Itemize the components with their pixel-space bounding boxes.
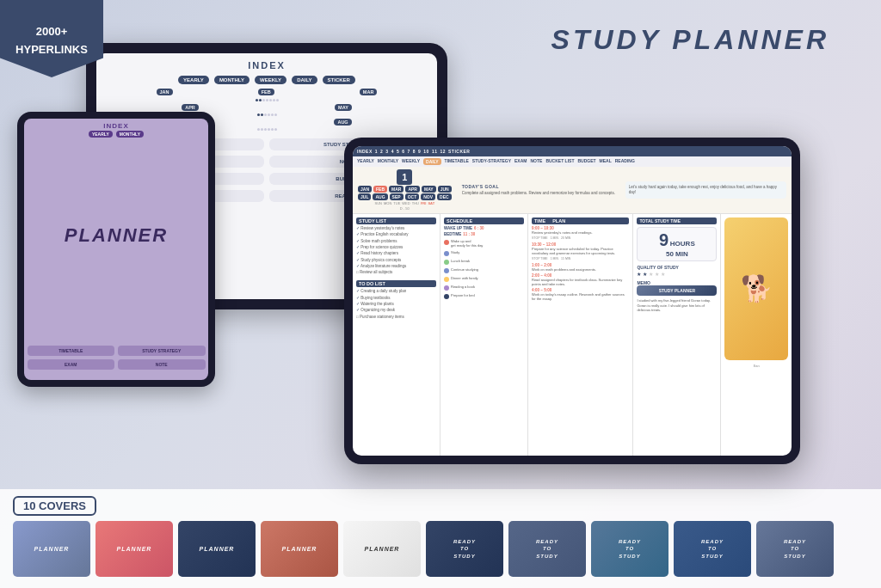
cover-7[interactable]: READYTOSTUDY	[508, 521, 586, 577]
sp-plan-2: Prepare for any science scheduled for to…	[532, 247, 629, 255]
month-jan: JAN	[358, 186, 372, 193]
bed-time: BEDTIME 11 : 30	[444, 232, 524, 236]
sched-text-3: Lunch break	[451, 259, 470, 263]
dot	[264, 128, 267, 131]
study-list-header: STUDY LIST	[356, 217, 436, 224]
study-item-8: □ Review all subjects	[356, 270, 436, 275]
grid-item: STUDY STRATEGY	[118, 346, 206, 356]
cover-8-text: READYTOSTUDY	[619, 538, 641, 560]
sp-plan-4: Read assigned chapters for textbook clas…	[532, 278, 629, 286]
todo-3: Watering the plants	[356, 302, 436, 307]
grid-item: EXAM	[28, 359, 115, 370]
month-jun: JUN	[438, 186, 452, 193]
nav-10: 10	[423, 149, 429, 154]
cover-9[interactable]: READYTOSTUDY	[674, 521, 751, 577]
cover-9-text: READYTOSTUDY	[701, 538, 724, 560]
schedule-item-3: Lunch break	[444, 259, 524, 265]
cover-1[interactable]: PLANNER	[13, 521, 90, 577]
month-feb: FEB	[258, 89, 274, 95]
dot	[273, 99, 275, 101]
schedule-item-2: Study	[444, 250, 524, 256]
sp-plan-5: Work on today's essay outline. Research …	[532, 292, 629, 301]
memo-content: I studied with my five-legged friend Gor…	[637, 298, 717, 313]
dot	[266, 99, 268, 101]
purple-grid: TIMETABLE STUDY STRATEGY EXAM NOTE	[17, 346, 215, 370]
main-title: STUDY PLANNER	[551, 24, 829, 56]
nav-2: 2	[380, 149, 383, 154]
cover-3[interactable]: PLANNER	[178, 521, 256, 577]
study-item-4: Prep for science quizzes	[356, 245, 436, 250]
nav-11: 11	[432, 149, 438, 154]
tablet-front: INDEX 1 2 3 4 5 6 7 8 9 10 11 12 STICKER…	[344, 138, 800, 464]
dot-icon	[444, 268, 449, 273]
goal-header: TODAY'S GOAL	[462, 184, 616, 189]
cover-5[interactable]: PLANNER	[343, 521, 421, 577]
sp-row-1: 9:00 ~ 10:30 Review yesterday's notes an…	[532, 226, 629, 240]
schedule-item-1: Wake up andget ready for this day	[444, 239, 524, 248]
cover-4[interactable]: PLANNER	[261, 521, 338, 577]
cover-6[interactable]: READYTOSTUDY	[426, 521, 503, 577]
dot	[268, 128, 270, 131]
index-nav-row: YEARLY MONTHLY WEEKLY DAILY STICKER	[96, 74, 437, 86]
dot-icon	[444, 260, 449, 265]
tablet-purple-screen: INDEX YEARLY MONTHLY PLANNER TIMETABLE S…	[24, 119, 208, 380]
dot	[257, 113, 260, 116]
todo-1: Creating a daily study plan	[356, 289, 436, 294]
sched-text-7: Prepare for bed	[451, 293, 475, 297]
schedule-item-6: Reading a book	[444, 285, 524, 291]
tablet-front-screen: INDEX 1 2 3 4 5 6 7 8 9 10 11 12 STICKER…	[353, 146, 792, 456]
cover-2[interactable]: PLANNER	[95, 521, 173, 577]
dot-icon	[444, 240, 449, 245]
month-aug: AUG	[334, 119, 351, 126]
month-may: MAY	[422, 186, 436, 193]
study-item-3: Solve math problems	[356, 239, 436, 244]
sched-text-5: Dinner with family	[451, 276, 478, 280]
sticker-col: 🐕 Ean	[721, 214, 792, 456]
nav-7: 7	[407, 149, 410, 154]
cover-8[interactable]: READYTOSTUDY	[591, 521, 668, 577]
sp-time-label: TIME	[534, 218, 545, 224]
star-4: ★	[655, 271, 659, 277]
total-time-header: TOTAL STUDY TIME	[637, 217, 717, 224]
sub-reading: READING	[615, 158, 635, 165]
date-number-block: 1 JAN FEB MAR APR MAY JUN JUL AUG SEP OC…	[358, 169, 452, 211]
sp-meta-1: STOP TIME1 MIN20 MIN	[532, 236, 629, 240]
dot-icon	[444, 277, 449, 282]
grid-item: TIMETABLE	[28, 346, 115, 356]
nav-sticker: STICKER	[448, 149, 470, 154]
study-list-col: STUDY LIST Review yesterday's notes Prac…	[353, 214, 440, 456]
nav-monthly: MONTHLY	[214, 76, 250, 84]
sub-exam: EXAM	[514, 158, 527, 165]
sched-text-2: Study	[451, 250, 459, 254]
memo-logo: STUDY PLANNER	[637, 285, 717, 296]
study-item-2: Practice English vocabulary	[356, 232, 436, 237]
star-1: ★	[637, 271, 641, 277]
wake-time: WAKE UP TIME 6 : 30	[444, 226, 524, 230]
day-tue: TUE	[393, 201, 400, 205]
todo-4: Organizing my desk	[356, 308, 436, 313]
day-mon: MON	[384, 201, 391, 205]
month-may: MAY	[335, 104, 352, 111]
study-plan-col: TIME PLAN 9:00 ~ 10:30 Review yesterday'…	[528, 214, 633, 456]
sub-budget: BUDGET	[577, 158, 595, 165]
study-item-1: Review yesterday's notes	[356, 226, 436, 231]
purple-nav-item: YEARLY	[89, 131, 113, 138]
covers-row: PLANNER PLANNER PLANNER PLANNER PLANNER …	[13, 521, 868, 577]
bed-label: BEDTIME	[444, 232, 461, 236]
todays-goal-box: TODAY'S GOAL Complete all assigned math …	[459, 181, 619, 199]
banner-subtext: HYPERLINKS	[15, 39, 88, 57]
month-aug: AUG	[373, 193, 387, 200]
dot-icon	[444, 251, 449, 256]
sp-plan-label: PLAN	[552, 218, 565, 224]
purple-grid-inner: TIMETABLE STUDY STRATEGY EXAM NOTE	[28, 346, 206, 370]
nav-4: 4	[391, 149, 394, 154]
cover-10[interactable]: READYTOSTUDY	[756, 521, 834, 577]
total-time-display: 9 HOURS 50 MIN	[637, 227, 717, 261]
dot	[274, 113, 277, 116]
nav-daily: DAILY	[292, 76, 317, 84]
hours-unit: HOURS	[670, 240, 695, 248]
planner-title: PLANNER	[65, 224, 168, 247]
date-header-row: 1 JAN FEB MAR APR MAY JUN JUL AUG SEP OC…	[353, 167, 792, 213]
nav-weekly: WEEKLY	[255, 76, 286, 84]
month-jan: JAN	[157, 89, 173, 95]
